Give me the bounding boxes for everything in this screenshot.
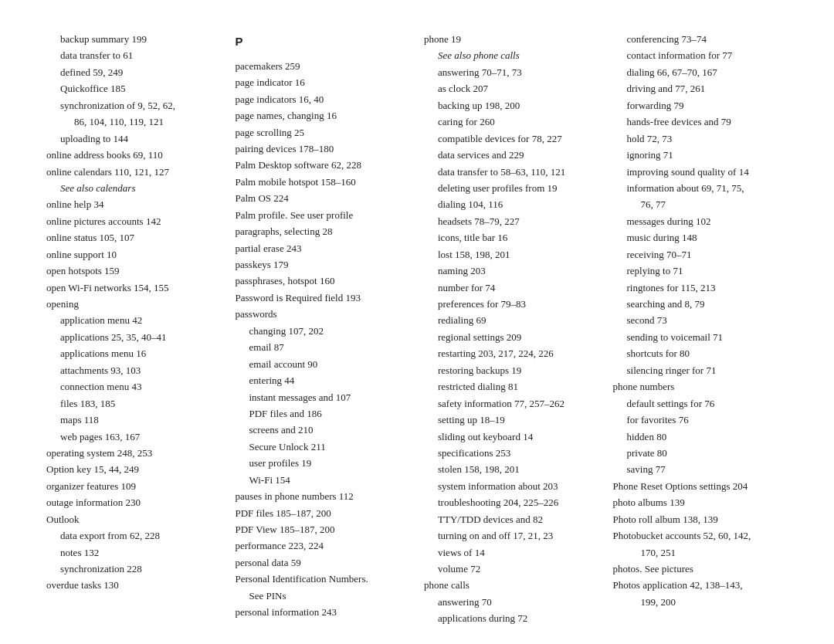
entry-2-31: views of 14: [424, 544, 585, 561]
entry-3-15: ringtones for 115, 213: [613, 280, 775, 296]
entry-3-33: Photos application 42, 138–143,: [613, 577, 775, 593]
entry-1-25: Wi-Fi 154: [236, 472, 397, 488]
entry-3-12: music during 148: [613, 229, 775, 246]
column-col4: conferencing 73–74contact information fo…: [599, 31, 788, 627]
entry-2-2: answering 70–71, 73: [424, 64, 585, 80]
entry-3-16: searching and 8, 79: [613, 296, 775, 312]
entry-1-6: Palm Desktop software 62, 228: [236, 157, 397, 173]
section-letter-P: P: [236, 32, 397, 52]
entry-0-22: files 183, 185: [46, 395, 208, 412]
entry-3-30: Photobucket accounts 52, 60, 142,: [613, 527, 775, 544]
entry-1-3: page names, changing 16: [236, 107, 397, 124]
entry-2-19: restarting 203, 217, 224, 226: [424, 345, 585, 361]
entry-0-11: online pictures accounts 142: [46, 213, 208, 229]
entry-1-28: PDF View 185–187, 200: [236, 521, 397, 537]
entry-0-33: overdue tasks 130: [46, 577, 208, 593]
entry-0-16: opening: [46, 296, 208, 312]
entry-0-32: synchronization 228: [46, 561, 208, 577]
entry-1-23: Secure Unlock 211: [236, 439, 397, 455]
entry-3-2: dialing 66, 67–70, 167: [613, 64, 775, 80]
entry-2-7: data services and 229: [424, 147, 585, 163]
entry-0-23: maps 118: [46, 412, 208, 428]
entry-2-13: lost 158, 198, 201: [424, 246, 585, 263]
entry-0-1: data transfer to 61: [46, 47, 208, 63]
entry-0-28: outage information 230: [46, 494, 208, 510]
entry-0-2: defined 59, 249: [46, 64, 208, 80]
entry-1-7: Palm mobile hotspot 158–160: [236, 174, 397, 190]
entry-2-20: restoring backups 19: [424, 362, 585, 378]
entry-3-18: sending to voicemail 71: [613, 329, 775, 345]
entry-0-27: organizer features 109: [46, 478, 208, 494]
entry-1-5: pairing devices 178–180: [236, 141, 397, 157]
entry-0-15: open Wi-Fi networks 154, 155: [46, 280, 208, 296]
entry-3-10: 76, 77: [613, 196, 775, 212]
entry-0-31: notes 132: [46, 544, 208, 561]
entry-0-9: See also calendars: [46, 180, 208, 196]
entry-1-0: pacemakers 259: [236, 58, 397, 74]
entry-2-26: stolen 158, 198, 201: [424, 461, 585, 477]
columns-container: backup summary 199data transfer to 61def…: [46, 31, 788, 627]
entry-0-29: Outlook: [46, 511, 208, 527]
column-col3: phone 19See also phone callsanswering 70…: [410, 31, 599, 627]
entry-1-33: personal information 243: [236, 604, 397, 620]
column-col2: Ppacemakers 259page indicator 16page ind…: [222, 31, 411, 627]
entry-2-32: volume 72: [424, 561, 585, 577]
entry-2-3: as clock 207: [424, 80, 585, 97]
entry-0-14: open hotspots 159: [46, 263, 208, 279]
entry-3-1: contact information for 77: [613, 47, 775, 63]
entry-3-27: Phone Reset Options settings 204: [613, 478, 775, 494]
entry-1-16: changing 107, 202: [236, 323, 397, 339]
entry-0-26: Option key 15, 44, 249: [46, 461, 208, 477]
entry-2-27: system information about 203: [424, 478, 585, 494]
entry-2-35: applications during 72: [424, 610, 585, 626]
entry-2-24: sliding out keyboard 14: [424, 429, 585, 445]
entry-2-15: number for 74: [424, 280, 585, 296]
entry-0-6: uploading to 144: [46, 130, 208, 147]
entry-2-29: TTY/TDD devices and 82: [424, 511, 585, 527]
entry-1-17: email 87: [236, 339, 397, 355]
entry-0-25: operating system 248, 253: [46, 445, 208, 461]
entry-0-10: online help 34: [46, 196, 208, 212]
entry-2-17: redialing 69: [424, 312, 585, 328]
entry-3-31: 170, 251: [613, 544, 775, 561]
entry-1-31: Personal Identification Numbers.: [236, 571, 397, 587]
entry-1-27: PDF files 185–187, 200: [236, 505, 397, 521]
entry-0-24: web pages 163, 167: [46, 429, 208, 445]
entry-2-10: dialing 104, 116: [424, 196, 585, 212]
entry-2-21: restricted dialing 81: [424, 378, 585, 395]
entry-2-8: data transfer to 58–63, 110, 121: [424, 164, 585, 180]
page: backup summary 199data transfer to 61def…: [46, 31, 788, 644]
entry-3-22: default settings for 76: [613, 395, 775, 412]
entry-3-28: photo albums 139: [613, 494, 775, 510]
entry-3-20: silencing ringer for 71: [613, 362, 775, 378]
entry-2-11: headsets 78–79, 227: [424, 213, 585, 229]
entry-0-12: online status 105, 107: [46, 229, 208, 246]
entry-2-23: setting up 18–19: [424, 412, 585, 428]
entry-2-25: specifications 253: [424, 445, 585, 461]
entry-3-7: ignoring 71: [613, 147, 775, 163]
entry-1-12: passkeys 179: [236, 256, 397, 273]
entry-1-20: instant messages and 107: [236, 389, 397, 405]
entry-3-21: phone numbers: [613, 378, 775, 395]
entry-3-9: information about 69, 71, 75,: [613, 180, 775, 196]
entry-2-33: phone calls: [424, 577, 585, 593]
entry-1-22: screens and 210: [236, 422, 397, 438]
entry-0-18: applications 25, 35, 40–41: [46, 329, 208, 345]
entry-3-6: hold 72, 73: [613, 130, 775, 147]
entry-1-21: PDF files and 186: [236, 405, 397, 422]
entry-2-16: preferences for 79–83: [424, 296, 585, 312]
entry-0-17: application menu 42: [46, 312, 208, 328]
entry-1-19: entering 44: [236, 372, 397, 388]
entry-1-8: Palm OS 224: [236, 190, 397, 206]
entry-1-30: personal data 59: [236, 554, 397, 571]
entry-1-14: Password is Required field 193: [236, 290, 397, 306]
entry-3-32: photos. See pictures: [613, 561, 775, 577]
entry-2-1: See also phone calls: [424, 47, 585, 63]
entry-1-11: partial erase 243: [236, 240, 397, 256]
entry-1-29: performance 223, 224: [236, 537, 397, 554]
entry-3-23: for favorites 76: [613, 412, 775, 428]
entry-3-34: 199, 200: [613, 594, 775, 610]
entry-3-25: private 80: [613, 445, 775, 461]
entry-0-3: Quickoffice 185: [46, 80, 208, 97]
entry-1-2: page indicators 16, 40: [236, 91, 397, 107]
